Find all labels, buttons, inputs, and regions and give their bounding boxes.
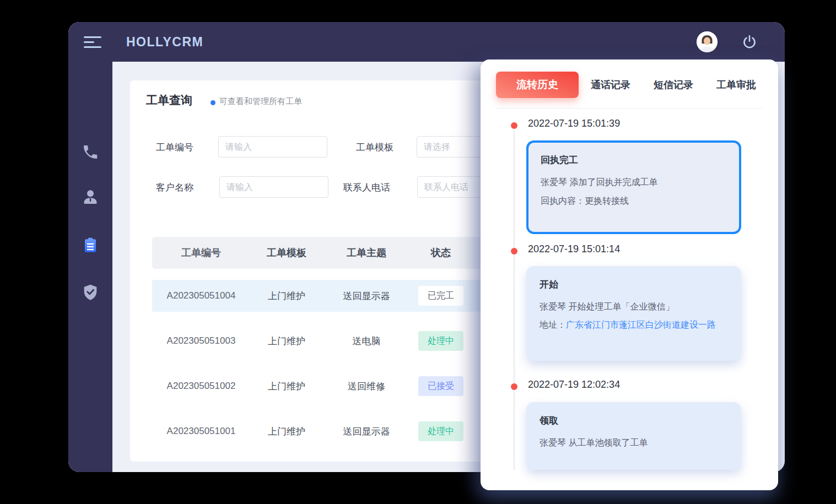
status-badge: 处理中 [418, 421, 463, 441]
history-panel: 流转历史 通话记录 短信记录 工单审批 2022-07-19 15:01:39 … [481, 59, 778, 490]
customer-name-input[interactable] [219, 176, 328, 198]
subtitle-dot-icon [211, 100, 215, 105]
timeline-card-selected[interactable]: 回执完工 张爱琴 添加了回执并完成工单 回执内容：更换转接线 [526, 140, 741, 234]
timeline-dot [511, 122, 517, 129]
status-badge: 已接受 [418, 376, 463, 396]
user-avatar[interactable] [697, 31, 718, 52]
timeline-timestamp: 2022-07-19 12:02:34 [528, 379, 620, 391]
panel-tabs: 流转历史 通话记录 短信记录 工单审批 [496, 72, 756, 98]
clipboard-icon[interactable] [82, 236, 99, 254]
app-logo: HOLLYCRM [126, 22, 203, 62]
header-order-template: 工单模板 [250, 246, 323, 259]
timeline-card-line: 张爱琴 开始处理工单「企业微信」 [540, 297, 728, 316]
cell-order-subject: 送回显示器 [323, 425, 410, 438]
timeline-card[interactable]: 开始 张爱琴 开始处理工单「企业微信」 地址： 广东省江门市蓬江区白沙街道建设一… [526, 266, 741, 361]
field-label-order-id: 工单编号 [156, 136, 193, 159]
cell-order-subject: 送电脑 [323, 335, 410, 348]
cell-order-id: A202305051001 [152, 426, 250, 437]
tab-call-records[interactable]: 通话记录 [591, 78, 630, 91]
cell-order-id: A202305051002 [152, 381, 250, 392]
field-label-order-template: 工单模板 [356, 136, 393, 159]
cell-order-id: A202305051004 [152, 290, 250, 301]
status-badge: 已完工 [418, 286, 463, 306]
hamburger-menu-icon[interactable] [84, 36, 101, 47]
page-subtitle: 可查看和管理所有工单 [219, 96, 302, 107]
timeline-dot [511, 383, 517, 390]
cell-order-template: 上门维护 [250, 380, 323, 393]
cell-order-id: A202305051003 [152, 335, 250, 346]
timeline-dot [511, 248, 517, 254]
tab-flow-history[interactable]: 流转历史 [496, 72, 579, 98]
cell-order-template: 上门维护 [250, 335, 323, 348]
status-badge: 处理中 [418, 331, 463, 351]
timeline-card-title: 开始 [540, 278, 728, 291]
header-order-subject: 工单主题 [323, 246, 410, 259]
cell-order-subject: 送回维修 [323, 380, 410, 393]
address-link[interactable]: 广东省江门市蓬江区白沙街道建设一路 [566, 316, 728, 334]
cell-order-template: 上门维护 [250, 425, 323, 438]
timeline-card-title: 回执完工 [541, 154, 727, 166]
shield-check-icon[interactable] [82, 283, 99, 301]
field-label-contact-phone: 联系人电话 [343, 176, 390, 199]
header-order-id: 工单编号 [152, 246, 250, 259]
sidebar-nav [68, 62, 112, 472]
top-bar: HOLLYCRM [68, 22, 785, 62]
timeline-card-line: 张爱琴 添加了回执并完成工单 [541, 173, 727, 192]
timeline-card-line: 张爱琴 从工单池领取了工单 [540, 433, 728, 452]
field-label-customer-name: 客户名称 [156, 176, 193, 199]
timeline-line [514, 130, 515, 470]
address-label: 地址： [540, 316, 566, 334]
timeline-card[interactable]: 领取 张爱琴 从工单池领取了工单 [526, 402, 741, 470]
phone-icon[interactable] [82, 143, 99, 161]
cell-order-subject: 送回显示器 [323, 290, 410, 302]
timeline-timestamp: 2022-07-19 15:01:39 [528, 118, 620, 129]
person-icon[interactable] [82, 188, 99, 206]
timeline-card-title: 领取 [540, 414, 728, 427]
power-icon[interactable] [742, 34, 757, 50]
cell-order-template: 上门维护 [250, 290, 323, 302]
timeline-card-line: 回执内容：更换转接线 [541, 192, 727, 210]
header-status: 状态 [410, 246, 472, 259]
tab-order-approval[interactable]: 工单审批 [716, 78, 756, 91]
page-title: 工单查询 [146, 93, 192, 108]
tab-sms-records[interactable]: 短信记录 [654, 78, 693, 91]
timeline-timestamp: 2022-07-19 15:01:14 [528, 243, 620, 255]
tabs-divider [496, 108, 763, 109]
order-id-input[interactable] [218, 136, 327, 158]
